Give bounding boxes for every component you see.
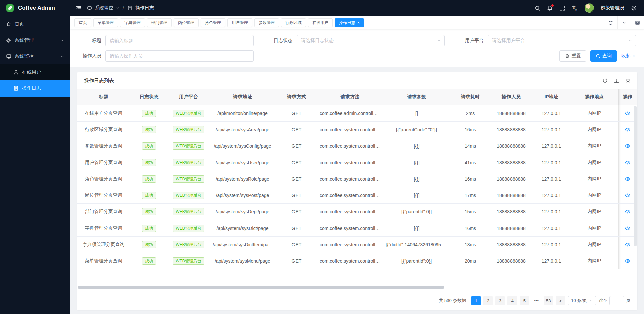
tab-actions-chevron-icon[interactable] <box>617 16 631 29</box>
column-header: 日志状态 <box>130 89 168 105</box>
cell-location: 内网IP <box>571 121 618 138</box>
tab-6[interactable]: 角色管理 <box>201 18 225 27</box>
cell-request-url: /api/system/sysDept/page <box>209 203 276 220</box>
sidebar-item-label: 系统监控 <box>15 53 34 59</box>
view-detail-icon[interactable] <box>625 258 630 264</box>
sidebar-item-system-mgmt[interactable]: 系统管理 <box>0 32 70 48</box>
translate-icon[interactable]: 文A <box>572 5 578 11</box>
notifications-bell-icon[interactable] <box>547 5 553 11</box>
tab-1[interactable]: 首页 <box>74 18 91 27</box>
log-list-card: 操作日志列表 标题日志状态用户平台请求地址请求方式请求方法请求参数请求耗时操作人… <box>77 72 637 310</box>
tab-11[interactable]: 操作日志× <box>335 18 364 27</box>
search-icon[interactable] <box>535 5 540 11</box>
refresh-table-icon[interactable] <box>602 78 608 83</box>
cell-ip: 127.0.0.1 <box>532 203 571 220</box>
sidebar-item-system-monitor[interactable]: 系统监控 <box>0 48 70 64</box>
sidebar-item-online-users[interactable]: 在线用户 <box>0 64 70 80</box>
column-header: 操作人员 <box>490 89 532 105</box>
status-filter-label: 日志状态 <box>270 38 297 44</box>
view-detail-icon[interactable] <box>625 143 630 149</box>
horizontal-scrollbar[interactable] <box>78 286 633 289</box>
jump-page-input[interactable] <box>609 296 624 305</box>
search-icon <box>596 54 600 58</box>
tab-label: 菜单管理 <box>98 20 114 26</box>
settings-gear-icon[interactable] <box>631 5 637 11</box>
cell-ip: 127.0.0.1 <box>532 236 571 253</box>
column-settings-gear-icon[interactable] <box>625 78 631 83</box>
document-icon <box>13 86 19 91</box>
svg-text:A: A <box>575 8 577 11</box>
tab-label: 参数管理 <box>259 20 275 26</box>
refresh-page-icon[interactable] <box>604 16 617 29</box>
page-button-1[interactable]: 1 <box>471 296 481 305</box>
column-height-icon[interactable] <box>614 78 619 83</box>
page-button-53[interactable]: 53 <box>544 296 553 305</box>
tab-7[interactable]: 用户管理 <box>227 18 252 27</box>
tab-2[interactable]: 菜单管理 <box>93 18 118 27</box>
page-button-4[interactable]: 4 <box>507 296 517 305</box>
title-filter-input[interactable] <box>110 38 249 43</box>
tab-label: 在线用户 <box>312 20 328 26</box>
view-detail-icon[interactable] <box>625 226 630 231</box>
cell-platform: WEB管理后台 <box>168 236 209 253</box>
cell-status: 成功 <box>130 154 168 171</box>
view-detail-icon[interactable] <box>625 193 630 198</box>
tab-5[interactable]: 岗位管理 <box>174 18 199 27</box>
tab-label: 操作日志 <box>339 20 355 26</box>
cell-request-url: /api/system/sysPost/page <box>209 187 276 203</box>
content-fullscreen-icon[interactable] <box>631 16 644 29</box>
username[interactable]: 超级管理员 <box>601 5 624 11</box>
trash-icon <box>565 54 570 58</box>
topbar: 系统监控 / 操作日志 文A 超级管理员 <box>70 0 644 16</box>
view-detail-icon[interactable] <box>625 176 630 182</box>
next-page-button[interactable]: > <box>556 296 565 305</box>
page-button-3[interactable]: 3 <box>495 296 505 305</box>
cell-platform: WEB管理后台 <box>168 154 209 171</box>
sidebar-item-label: 操作日志 <box>22 85 41 91</box>
page-button-5[interactable]: 5 <box>520 296 529 305</box>
cell-request-method: GET <box>276 121 317 138</box>
sidebar-item-home[interactable]: 首页 <box>0 16 70 32</box>
tab-9[interactable]: 行政区域 <box>281 18 306 27</box>
view-detail-icon[interactable] <box>625 111 630 116</box>
page-jump: 跳至 页 <box>599 296 631 305</box>
cell-location: 内网IP <box>571 220 618 236</box>
tab-label: 首页 <box>79 20 87 26</box>
view-detail-icon[interactable] <box>625 242 630 247</box>
fullscreen-icon[interactable] <box>559 5 565 11</box>
cell-title: 部门管理分页查询 <box>77 203 130 220</box>
horizontal-scrollbar-thumb[interactable] <box>78 286 444 289</box>
tab-3[interactable]: 字典管理 <box>120 18 145 27</box>
cell-title: 字典项管理分页查询 <box>77 236 130 253</box>
vertical-scrollbar[interactable] <box>634 106 637 269</box>
status-tag: 成功 <box>142 126 156 133</box>
status-filter-select[interactable]: 请选择日志状态 <box>297 35 445 46</box>
tab-close-icon[interactable]: × <box>357 21 360 25</box>
query-button[interactable]: 查询 <box>590 50 617 62</box>
sidebar-item-op-logs[interactable]: 操作日志 <box>0 80 70 97</box>
view-detail-icon[interactable] <box>625 160 630 165</box>
cell-params: [{}] <box>383 154 450 171</box>
cell-platform: WEB管理后台 <box>168 203 209 220</box>
tab-10[interactable]: 在线用户 <box>308 18 333 27</box>
cell-request-url: /api/system/sysConfig/page <box>209 138 276 154</box>
cell-platform: WEB管理后台 <box>168 105 209 121</box>
column-header: 请求耗时 <box>450 89 490 105</box>
avatar[interactable] <box>585 3 594 13</box>
tab-8[interactable]: 参数管理 <box>254 18 279 27</box>
page-size-select[interactable]: 10 条/页 <box>568 296 596 305</box>
page-button-2[interactable]: 2 <box>483 296 493 305</box>
collapse-sidebar-icon[interactable] <box>76 5 82 11</box>
tab-list: 首页菜单管理字典管理部门管理岗位管理角色管理用户管理参数管理行政区域在线用户操作… <box>74 18 364 27</box>
collapse-filter-link[interactable]: 收起 <box>621 53 636 59</box>
operator-filter-input[interactable] <box>110 53 249 59</box>
view-detail-icon[interactable] <box>625 127 630 132</box>
status-tag: 成功 <box>142 142 156 150</box>
view-detail-icon[interactable] <box>625 209 630 214</box>
platform-filter-select[interactable]: 请选择用户平台 <box>488 35 636 46</box>
breadcrumb-root[interactable]: 系统监控 <box>95 5 113 11</box>
reset-button[interactable]: 重置 <box>559 50 586 62</box>
tab-4[interactable]: 部门管理 <box>147 18 172 27</box>
vertical-scrollbar-thumb[interactable] <box>634 106 637 246</box>
app-title: Coffee Admin <box>18 5 55 11</box>
